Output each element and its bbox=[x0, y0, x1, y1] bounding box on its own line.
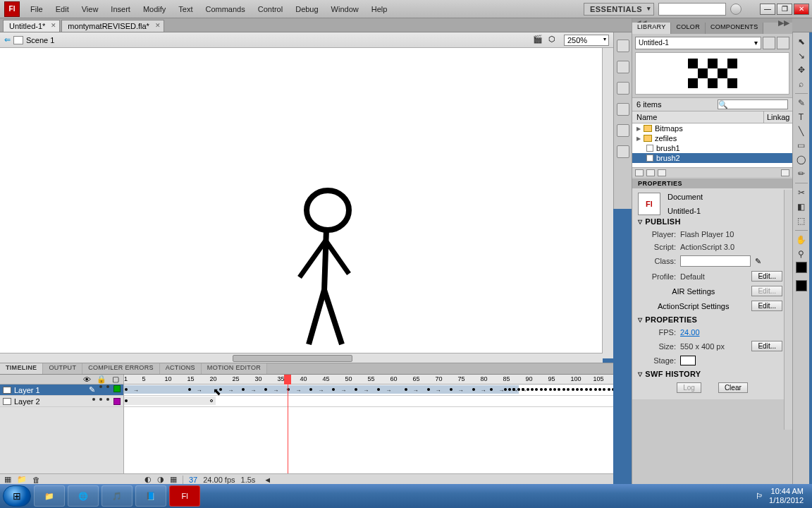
expand-icon[interactable]: ▶ bbox=[636, 126, 641, 132]
tray-flag-icon[interactable]: 🏳 bbox=[756, 492, 763, 500]
keyframe[interactable] bbox=[572, 388, 574, 391]
tool-button-12[interactable]: ⬚ bbox=[794, 214, 808, 227]
properties-icon[interactable] bbox=[658, 169, 666, 176]
keyframe[interactable] bbox=[188, 388, 191, 391]
stage-horizontal-scrollbar[interactable] bbox=[0, 353, 603, 363]
expand-icon[interactable]: ▶ bbox=[636, 135, 641, 142]
lock-icon[interactable]: 🔒 bbox=[97, 375, 106, 384]
tab-compiler-errors[interactable]: COMPILER ERRORS bbox=[82, 363, 160, 374]
tool-button-11[interactable]: ◧ bbox=[794, 200, 808, 213]
keyframe[interactable] bbox=[527, 388, 529, 391]
tool-button-10[interactable]: ✂ bbox=[794, 186, 808, 199]
tool-button-1[interactable]: ↘ bbox=[794, 49, 808, 62]
stage-vertical-scrollbar[interactable] bbox=[602, 48, 613, 358]
tool-button-2[interactable]: ✥ bbox=[794, 64, 808, 76]
stage-canvas[interactable]: + bbox=[0, 48, 613, 358]
library-doc-dropdown[interactable]: Untitled-1 bbox=[635, 37, 761, 49]
eye-icon[interactable]: 👁 bbox=[83, 375, 91, 384]
menu-debug[interactable]: Debug bbox=[289, 2, 324, 16]
section-swf-history[interactable]: ▽SWF HISTORY bbox=[638, 368, 787, 380]
color-swatch[interactable] bbox=[796, 262, 807, 273]
library-search-input[interactable]: 🔍 bbox=[718, 99, 788, 109]
new-library-icon[interactable] bbox=[777, 37, 789, 49]
taskbar-chrome[interactable]: 🌐 bbox=[68, 485, 99, 507]
keyframe[interactable] bbox=[517, 388, 520, 391]
tab-motion-editor[interactable]: MOTION EDITOR bbox=[202, 363, 267, 374]
keyframe[interactable] bbox=[594, 388, 597, 391]
menu-commands[interactable]: Commands bbox=[199, 2, 251, 16]
keyframe[interactable] bbox=[405, 388, 407, 391]
keyframe[interactable] bbox=[589, 388, 592, 391]
menu-file[interactable]: File bbox=[24, 2, 49, 16]
stage-color-swatch[interactable] bbox=[680, 356, 696, 365]
zoom-dropdown[interactable]: 250% bbox=[564, 35, 609, 46]
workspace-dropdown[interactable]: ESSENTIALS bbox=[584, 3, 654, 16]
delete-layer-icon[interactable]: 🗑 bbox=[32, 476, 40, 484]
menu-window[interactable]: Window bbox=[325, 2, 365, 16]
timeline-ruler[interactable]: 1510152025303540455055606570758085909510… bbox=[124, 375, 613, 385]
keyframe[interactable] bbox=[549, 388, 552, 391]
layer-row-2[interactable]: Layer 2 bbox=[0, 396, 123, 407]
keyframe[interactable] bbox=[585, 388, 588, 391]
tool-button-6[interactable]: ╲ bbox=[794, 125, 808, 138]
window-minimize-button[interactable]: — bbox=[760, 4, 775, 15]
section-publish[interactable]: ▽PUBLISH bbox=[638, 215, 787, 228]
new-folder-icon[interactable] bbox=[646, 169, 655, 176]
keyframe[interactable] bbox=[598, 388, 601, 391]
keyframe[interactable] bbox=[508, 388, 511, 391]
keyframe[interactable] bbox=[544, 388, 547, 391]
delete-icon[interactable] bbox=[781, 169, 789, 176]
edit-symbol-icon[interactable]: ⬡ bbox=[548, 35, 560, 46]
new-folder-icon[interactable]: 📁 bbox=[17, 475, 27, 484]
tool-button-8[interactable]: ◯ bbox=[794, 153, 808, 166]
start-button[interactable]: ⊞ bbox=[3, 485, 31, 507]
menu-edit[interactable]: Edit bbox=[49, 2, 75, 16]
tool-button-3[interactable]: ⌕ bbox=[794, 78, 808, 90]
tool-button-0[interactable]: ⬉ bbox=[794, 35, 808, 48]
tool-button-9[interactable]: ✏ bbox=[794, 167, 808, 180]
edit-as-button[interactable]: Edit... bbox=[751, 301, 782, 311]
keyframe[interactable] bbox=[125, 388, 128, 391]
close-icon[interactable]: ✕ bbox=[51, 22, 56, 29]
col-name-header[interactable]: Name bbox=[632, 111, 764, 123]
tab-timeline[interactable]: TIMELINE bbox=[0, 363, 43, 374]
tool-button-14[interactable]: ⚲ bbox=[794, 248, 808, 260]
timeline-track-layer1[interactable]: →→→→→→→→→→→→→→→→→ bbox=[124, 385, 613, 396]
search-go-icon[interactable] bbox=[730, 4, 742, 15]
scrollbar-thumb[interactable] bbox=[233, 355, 352, 362]
menu-modify[interactable]: Modify bbox=[137, 2, 172, 16]
taskbar-app[interactable]: 📘 bbox=[135, 485, 166, 507]
pin-library-icon[interactable] bbox=[763, 37, 775, 49]
window-close-button[interactable]: ✕ bbox=[794, 4, 809, 15]
keyframe[interactable] bbox=[427, 388, 430, 391]
menu-text[interactable]: Text bbox=[172, 2, 199, 16]
edit-size-button[interactable]: Edit... bbox=[751, 341, 782, 351]
taskbar-flash[interactable]: Fl bbox=[169, 485, 200, 507]
loop-icon[interactable]: ◄ bbox=[264, 476, 271, 484]
menu-help[interactable]: Help bbox=[365, 2, 394, 16]
edit-scene-icon[interactable]: 🎬 bbox=[533, 35, 544, 46]
keyframe[interactable] bbox=[504, 388, 507, 391]
new-symbol-icon[interactable] bbox=[635, 169, 644, 176]
scene-back-icon[interactable]: ⇐ bbox=[4, 35, 11, 44]
library-item-brush1[interactable]: brush1 bbox=[632, 143, 792, 153]
keyframe[interactable] bbox=[472, 388, 475, 391]
keyframe[interactable] bbox=[540, 388, 543, 391]
keyframe[interactable] bbox=[553, 388, 556, 391]
keyframe[interactable] bbox=[558, 388, 560, 391]
tool-button-4[interactable]: ✎ bbox=[794, 97, 808, 109]
dock-transform-icon[interactable] bbox=[617, 124, 629, 137]
edit-multiple-icon[interactable]: ▦ bbox=[170, 475, 177, 484]
tab-library[interactable]: LIBRARY bbox=[632, 23, 671, 34]
col-linkage-header[interactable]: Linkag bbox=[764, 111, 792, 123]
library-item-brush2[interactable]: brush2 bbox=[632, 153, 792, 163]
timeline-frames-area[interactable]: 1510152025303540455055606570758085909510… bbox=[124, 375, 613, 473]
fps-value[interactable]: 24.00 bbox=[680, 328, 700, 337]
layer-row-1[interactable]: Layer 1 ✎ bbox=[0, 385, 123, 396]
dock-properties-icon[interactable] bbox=[617, 40, 629, 52]
taskbar-itunes[interactable]: 🎵 bbox=[102, 485, 133, 507]
window-restore-button[interactable]: ❐ bbox=[777, 4, 792, 15]
keyframe[interactable] bbox=[576, 388, 579, 391]
color-swatch[interactable] bbox=[796, 280, 807, 291]
tool-button-5[interactable]: T bbox=[794, 111, 808, 123]
